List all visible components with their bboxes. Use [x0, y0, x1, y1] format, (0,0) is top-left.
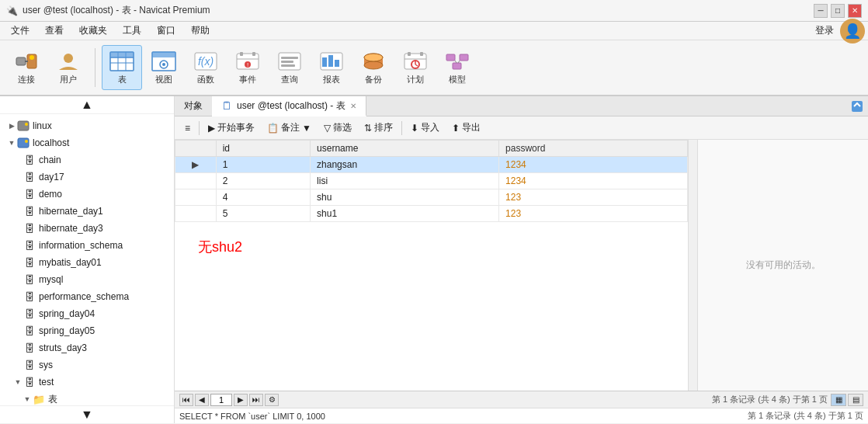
db-icon-hd1: 🗄 — [23, 205, 36, 217]
svg-rect-37 — [420, 52, 423, 56]
nav-prev-button[interactable]: ◀ — [195, 394, 209, 406]
login-button[interactable]: 登录 — [809, 23, 840, 39]
nav-last-button[interactable]: ⏭ — [249, 394, 263, 406]
nav-first-button[interactable]: ⏮ — [179, 394, 193, 406]
cell-id-1[interactable]: 1 — [216, 157, 310, 173]
grid-view-button[interactable]: ▦ — [831, 394, 846, 406]
menu-favorites[interactable]: 收藏夹 — [71, 23, 115, 39]
sidebar-item-hibernate-day3[interactable]: 🗄 hibernate_day3 — [0, 220, 174, 237]
report-label: 报表 — [323, 74, 340, 85]
sidebar-item-mybatis-day01[interactable]: 🗄 mybatis_day01 — [0, 254, 174, 271]
toolbar-backup-button[interactable]: 备份 — [353, 45, 394, 90]
svg-rect-43 — [460, 54, 468, 61]
cell-id-2[interactable]: 2 — [216, 173, 310, 189]
user-avatar[interactable]: 👤 — [840, 19, 865, 43]
menu-tools[interactable]: 工具 — [115, 23, 149, 39]
toolbar-connect-button[interactable]: 连接 — [6, 45, 47, 90]
tab-extra[interactable] — [846, 96, 868, 116]
menu-help[interactable]: 帮助 — [183, 23, 217, 39]
sidebar-item-struts-day3[interactable]: 🗄 struts_day3 — [0, 339, 174, 356]
menu-icon: ≡ — [185, 123, 190, 134]
sidebar-item-chain[interactable]: 🗄 chain — [0, 151, 174, 169]
col-header-id[interactable]: id — [216, 141, 310, 157]
cell-password-4[interactable]: 123 — [499, 206, 688, 222]
sidebar-item-demo[interactable]: 🗄 demo — [0, 186, 174, 203]
tt-sort-button[interactable]: ⇅ 排序 — [359, 119, 398, 137]
col-header-username[interactable]: username — [311, 141, 499, 157]
menu-view[interactable]: 查看 — [37, 23, 71, 39]
sidebar-scroll-up[interactable]: ▲ — [76, 98, 98, 112]
cell-username-3[interactable]: shu — [311, 189, 499, 206]
tab-objects[interactable]: 对象 — [175, 96, 212, 116]
cell-password-2[interactable]: 1234 — [499, 173, 688, 189]
sidebar-label-day17: day17 — [39, 172, 64, 182]
sidebar-item-localhost[interactable]: ▼ localhost — [0, 134, 174, 151]
sidebar-item-performance-schema[interactable]: 🗄 performance_schema — [0, 288, 174, 305]
toolbar-model-button[interactable]: 模型 — [437, 45, 477, 90]
sidebar-item-tables-folder[interactable]: ▼ 📁 表 — [0, 391, 174, 405]
svg-point-3 — [30, 55, 34, 60]
close-button[interactable]: ✕ — [848, 4, 862, 18]
tt-menu-button[interactable]: ≡ — [179, 120, 196, 136]
tt-begin-trans-button[interactable]: ▶ 开始事务 — [203, 119, 260, 137]
menu-window[interactable]: 窗口 — [149, 23, 183, 39]
toolbar-user-button[interactable]: 用户 — [48, 45, 89, 90]
sidebar-item-day17[interactable]: 🗄 day17 — [0, 169, 174, 186]
toolbar-view-button[interactable]: 视图 — [144, 45, 184, 90]
cell-password-3[interactable]: 123 — [499, 189, 688, 206]
sidebar-item-spring-day04[interactable]: 🗄 spring_day04 — [0, 305, 174, 322]
toolbar-event-button[interactable]: ! 事件 — [227, 45, 268, 90]
cell-username-1[interactable]: zhangsan — [311, 157, 499, 173]
import-label: 导入 — [421, 121, 439, 134]
tt-note-button[interactable]: 📋 备注 ▼ — [262, 119, 317, 137]
maximize-button[interactable]: □ — [831, 4, 845, 18]
table-row[interactable]: 2 lisi 1234 — [175, 173, 688, 189]
tt-import-button[interactable]: ⬇ 导入 — [405, 119, 445, 137]
table-row[interactable]: 4 shu 123 — [175, 189, 688, 206]
sidebar-item-information-schema[interactable]: 🗄 information_schema — [0, 237, 174, 254]
cell-username-2[interactable]: lisi — [311, 173, 499, 189]
nav-settings-button[interactable]: ⚙ — [265, 394, 279, 406]
toolbar-query-button[interactable]: 查询 — [269, 45, 310, 90]
table-row[interactable]: 5 shu1 123 — [175, 206, 688, 222]
sidebar-item-hibernate-day1[interactable]: 🗄 hibernate_day1 — [0, 203, 174, 220]
cell-password-1[interactable]: 1234 — [499, 157, 688, 173]
table-icon — [109, 50, 134, 72]
tab-close-button[interactable]: ✕ — [350, 102, 356, 110]
sidebar-item-spring-day05[interactable]: 🗄 spring_day05 — [0, 322, 174, 339]
vertical-scrollbar[interactable] — [688, 140, 697, 391]
toolbar-function-button[interactable]: f(x) 函数 — [186, 45, 226, 90]
page-input[interactable] — [210, 394, 232, 406]
form-view-button[interactable]: ▤ — [848, 394, 863, 406]
svg-rect-36 — [408, 52, 411, 56]
sidebar-item-mysql[interactable]: 🗄 mysql — [0, 271, 174, 288]
table-toolbar: ≡ ▶ 开始事务 📋 备注 ▼ ▽ 筛选 ⇅ 排序 ⬇ — [175, 116, 868, 140]
expand-icon: ▶ — [6, 122, 17, 130]
nav-next-button[interactable]: ▶ — [234, 394, 248, 406]
minimize-button[interactable]: ─ — [814, 4, 828, 18]
toolbar-report-button[interactable]: 报表 — [311, 45, 352, 90]
menu-file[interactable]: 文件 — [3, 23, 37, 39]
svg-rect-30 — [335, 60, 339, 67]
toolbar-divider-1 — [95, 48, 95, 87]
sidebar-item-linux[interactable]: ▶ linux — [0, 117, 174, 134]
sidebar-label-sd05: spring_day05 — [39, 325, 95, 336]
tt-filter-button[interactable]: ▽ 筛选 — [318, 119, 357, 137]
schedule-label: 计划 — [407, 74, 424, 85]
cell-id-4[interactable]: 5 — [216, 206, 310, 222]
sidebar-label-mb: mybatis_day01 — [39, 257, 102, 268]
table-row[interactable]: ▶ 1 zhangsan 1234 — [175, 157, 688, 173]
col-header-password[interactable]: password — [499, 141, 688, 157]
tab-table[interactable]: 🗒 user @test (localhost) - 表 ✕ — [212, 96, 366, 116]
sidebar-item-test[interactable]: ▼ 🗄 test — [0, 374, 174, 391]
toolbar-table-button[interactable]: 表 — [102, 45, 142, 90]
sidebar-label-hd1: hibernate_day1 — [39, 206, 103, 217]
tt-divider-2 — [401, 121, 402, 135]
sidebar-scroll-down[interactable]: ▼ — [76, 408, 98, 422]
cell-username-4[interactable]: shu1 — [311, 206, 499, 222]
toolbar-schedule-button[interactable]: 计划 — [395, 45, 436, 90]
sidebar-item-sys[interactable]: 🗄 sys — [0, 356, 174, 374]
data-table-container[interactable]: id username password ▶ 1 zhangsan 1234 — [175, 140, 688, 391]
tt-export-button[interactable]: ⬆ 导出 — [446, 119, 486, 137]
cell-id-3[interactable]: 4 — [216, 189, 310, 206]
